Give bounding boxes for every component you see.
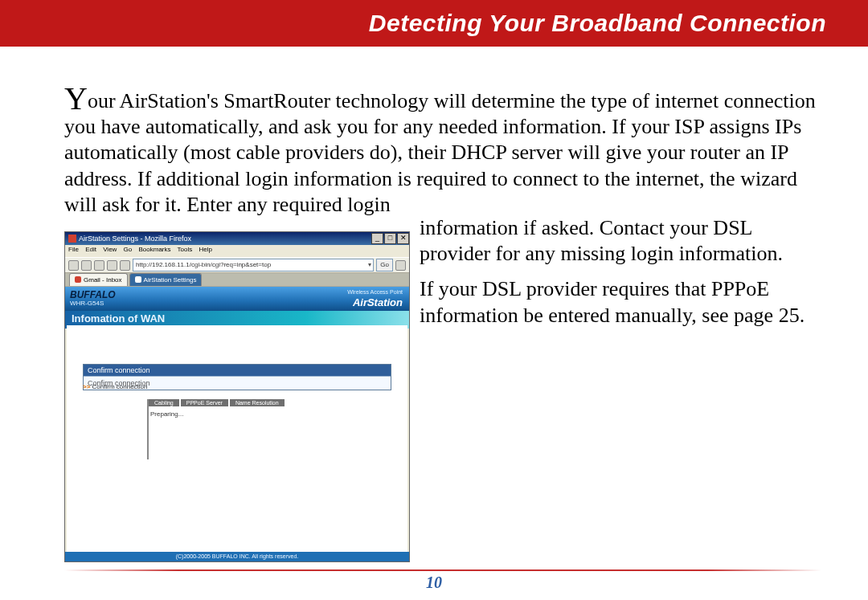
menu-tools[interactable]: Tools (178, 246, 193, 253)
forward-button[interactable] (81, 260, 92, 271)
header-banner: Detecting Your Broadband Connection (0, 0, 868, 47)
airstation-tab-icon (135, 276, 141, 283)
go-button[interactable]: Go (376, 259, 393, 271)
menu-bar[interactable]: File Edit View Go Bookmarks Tools Help (65, 245, 409, 257)
page-number: 10 (0, 573, 868, 592)
drop-cap: Y (64, 80, 88, 116)
content-pane: Confirm connection Confirm connection >>… (67, 325, 407, 552)
menu-help[interactable]: Help (199, 246, 212, 253)
firefox-icon (68, 235, 76, 243)
page-title: Detecting Your Broadband Connection (369, 10, 826, 37)
back-button[interactable] (68, 260, 79, 271)
body-p1-wrap: information if asked. Contact your DSL p… (420, 215, 821, 267)
maximize-button[interactable]: □ (384, 233, 396, 244)
window-titlebar: AirStation Settings - Mozilla Firefox _□… (65, 232, 409, 245)
body-paragraph-1: Your AirStation's SmartRouter technology… (64, 88, 821, 218)
model-label: WHR-G54S (70, 300, 104, 307)
col-pppoe: PPPoE Server (181, 399, 228, 406)
stop-button[interactable] (107, 260, 117, 271)
airstation-footer: (C)2000-2005 BUFFALO INC. All rights res… (65, 552, 409, 561)
address-bar[interactable]: http://192.168.11.1/cgi-bin/cgi?req=inp&… (133, 259, 374, 271)
status-box-rule (147, 399, 149, 459)
status-columns: Cabling PPPoE Server Name Resolution (149, 399, 286, 406)
buffalo-logo: BUFFALO (70, 289, 116, 300)
close-button[interactable]: ✕ (397, 233, 409, 244)
search-button[interactable] (395, 260, 406, 271)
preparing-text: Preparing... (150, 410, 183, 418)
body-p2: If your DSL provider requires that PPPoE… (420, 276, 821, 328)
body-p1-top: our AirStation's SmartRouter technology … (64, 89, 816, 216)
menu-edit[interactable]: Edit (85, 246, 96, 253)
embedded-screenshot: AirStation Settings - Mozilla Firefox _□… (64, 231, 410, 562)
reload-button[interactable] (94, 260, 104, 271)
col-cabling: Cabling (149, 399, 179, 406)
breadcrumb-marker: >> (83, 383, 90, 390)
menu-go[interactable]: Go (124, 246, 133, 253)
window-title-text: AirStation Settings - Mozilla Firefox (79, 235, 191, 243)
breadcrumb: >> Confirm connection (83, 383, 148, 390)
menu-bookmarks[interactable]: Bookmarks (139, 246, 171, 253)
menu-view[interactable]: View (103, 246, 117, 253)
confirm-header: Confirm connection (84, 365, 391, 376)
tab-airstation[interactable]: AirStation Settings (129, 273, 203, 286)
nav-toolbar: http://192.168.11.1/cgi-bin/cgi?req=inp&… (65, 257, 409, 273)
gmail-icon (75, 276, 81, 283)
minimize-button[interactable]: _ (371, 233, 383, 244)
home-button[interactable] (120, 260, 130, 271)
tab-strip: Gmail - Inbox AirStation Settings (65, 273, 409, 287)
col-name-res: Name Resolution (230, 399, 285, 406)
wap-label: Wireless Access Point (347, 289, 403, 295)
airstation-header: BUFFALO WHR-G54S Wireless Access Point A… (65, 287, 409, 311)
footer-rule (64, 569, 821, 571)
menu-file[interactable]: File (68, 246, 79, 253)
airstation-label: AirStation (353, 296, 403, 308)
tab-gmail[interactable]: Gmail - Inbox (69, 273, 128, 286)
